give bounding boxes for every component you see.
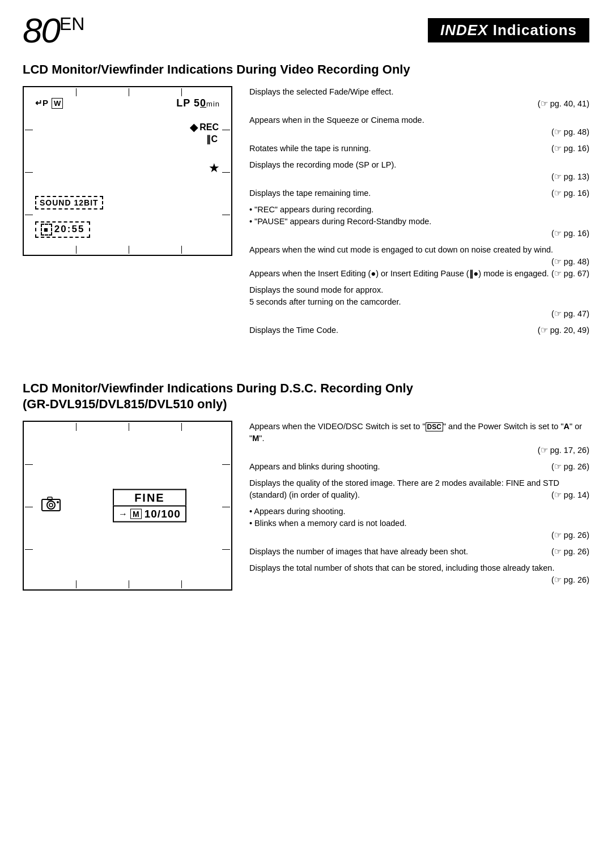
tick-v3	[181, 88, 182, 96]
desc-recmode-ref: (☞ pg. 13)	[249, 171, 589, 183]
svg-point-2	[49, 503, 53, 507]
vf-top-row: ↵P W LP 50min	[35, 97, 220, 109]
desc-item-recmode: Displays the recording mode (SP or LP). …	[249, 159, 589, 183]
vf-rec-indicator: ◆REC	[190, 121, 219, 134]
video-viewfinder: ↵P W LP 50min ◆REC ‖C ★ SOUND	[23, 86, 232, 256]
svg-point-1	[47, 501, 55, 509]
desc-rec-text: "REC" appears during recording.	[249, 205, 373, 214]
dsc-desc-blink: Appears and blinks during shooting. (☞ p…	[249, 461, 589, 473]
dsc-viewfinder: FINE → M 10/100	[23, 421, 232, 591]
timecode-display: ■ 20:55	[35, 221, 90, 238]
desc-rotate-text: Rotates while the tape is running.	[249, 144, 371, 153]
dsc-tick-v6	[181, 580, 182, 588]
fine-label: FINE	[113, 489, 186, 506]
dsc-desc-memory: Appears during shooting. Blinks when a m…	[249, 506, 589, 541]
indications-label: Indications	[493, 22, 577, 39]
desc-tape-time-text: Displays the tape remaining time.	[249, 189, 371, 198]
dsc-blink-text: Appears and blinks during shooting.	[249, 462, 380, 471]
dsc-shots-taken-text: Displays the number of images that have …	[249, 547, 468, 556]
p-icon: ↵P	[35, 98, 48, 108]
tick-h2	[25, 172, 33, 173]
tick-v6	[181, 246, 182, 254]
tick-v1	[76, 88, 76, 96]
dsc-tick-v2	[129, 423, 129, 431]
sound-mode-display: SOUND 12BIT	[35, 196, 103, 209]
desc-item-wind: Appears when the wind cut mode is engage…	[249, 244, 589, 256]
dsc-blink-ref: (☞ pg. 26)	[551, 461, 589, 473]
vf-icon-group: ↵P W	[35, 98, 63, 109]
desc-item-timecode: Displays the Time Code. (☞ pg. 20, 49)	[249, 324, 589, 336]
dsc-memory-ref: (☞ pg. 26)	[249, 529, 589, 541]
desc-tape-time-ref: (☞ pg. 16)	[551, 187, 589, 199]
tick-h6	[222, 215, 230, 215]
svg-point-4	[57, 501, 59, 503]
desc-squeeze-text: Appears when in the Squeeze or Cinema mo…	[249, 116, 424, 125]
dsc-tick-h2	[25, 507, 33, 507]
dsc-memory-text1: Appears during shooting.	[249, 507, 346, 516]
dsc-tick-h3	[25, 549, 33, 550]
count-value: 10/100	[144, 508, 181, 520]
dsc-total-shots-ref: (☞ pg. 26)	[249, 574, 589, 586]
rec-arrow-icon: ◆	[190, 121, 198, 134]
dsc-switch-text: Appears when the VIDEO/DSC Switch is set…	[249, 422, 582, 443]
header-index-banner: INDEX Indications	[428, 18, 589, 42]
dsc-quality-ref: (☞ pg. 14)	[551, 489, 589, 501]
dsc-desc-total-shots: Displays the total number of shots that …	[249, 562, 589, 586]
shot-count: → M 10/100	[113, 506, 186, 523]
section2: LCD Monitor/Viewfinder Indications Durin…	[0, 375, 612, 608]
section1-title: LCD Monitor/Viewfinder Indications Durin…	[0, 56, 612, 86]
tick-h1	[25, 130, 33, 130]
section2-content: FINE → M 10/100 Appears when the VIDEO/D…	[0, 421, 612, 608]
timecode-value: 20:55	[54, 224, 84, 235]
page-num-text: 80	[23, 11, 60, 50]
desc-fade-text: Displays the selected Fade/Wipe effect.	[249, 87, 393, 96]
dsc-tick-h6	[222, 549, 230, 550]
tick-h4	[222, 130, 230, 130]
section2-title: LCD Monitor/Viewfinder Indications Durin…	[0, 375, 612, 421]
desc-insert-text: Appears when the Insert Editing (●) or I…	[249, 269, 549, 278]
desc-squeeze-ref: (☞ pg. 48)	[249, 126, 589, 138]
dsc-memory-text2: Blinks when a memory card is not loaded.	[249, 519, 407, 528]
lp-display: LP 50min	[176, 97, 220, 109]
desc-rotate-ref: (☞ pg. 16)	[551, 143, 589, 155]
wind-icon: ★	[209, 161, 220, 176]
desc-list-2: Appears when the VIDEO/DSC Switch is set…	[249, 421, 589, 586]
tick-v2	[129, 88, 129, 96]
page-number: 80EN	[23, 10, 84, 50]
tick-v5	[129, 246, 129, 254]
section2-title-line1: LCD Monitor/Viewfinder Indications Durin…	[23, 381, 413, 395]
dsc-desc-shots-taken: Displays the number of images that have …	[249, 546, 589, 558]
section1-content: ↵P W LP 50min ◆REC ‖C ★ SOUND	[0, 86, 612, 358]
dsc-tick-h5	[222, 507, 230, 507]
desc-sound-text: Displays the sound mode for approx.5 sec…	[249, 285, 401, 306]
m-box-icon: M	[130, 509, 142, 519]
desc-timecode-text: Displays the Time Code.	[249, 326, 338, 335]
index-label: INDEX	[440, 22, 488, 39]
desc-rec-pause-ref: (☞ pg. 16)	[249, 228, 589, 240]
desc-fade-ref: (☞ pg. 40, 41)	[249, 98, 589, 110]
camera-icon	[41, 495, 61, 516]
timecode-icon: ■	[41, 224, 52, 236]
section1-viewfinder-col: ↵P W LP 50min ◆REC ‖C ★ SOUND	[23, 86, 232, 341]
en-suffix: EN	[60, 14, 84, 34]
desc-wind-ref: (☞ pg. 48)	[551, 256, 589, 268]
section2-viewfinder-col: FINE → M 10/100	[23, 421, 232, 591]
dsc-switch-ref: (☞ pg. 17, 26)	[249, 444, 589, 456]
w-icon-box: W	[52, 98, 63, 109]
desc-item-insert: Appears when the Insert Editing (●) or I…	[249, 268, 589, 280]
rec-text: REC	[199, 122, 219, 132]
desc-pause-text: "PAUSE" appears during Record-Standby mo…	[249, 217, 431, 226]
dsc-tick-v4	[76, 580, 76, 588]
desc-recmode-text: Displays the recording mode (SP or LP).	[249, 160, 396, 169]
tick-h3	[25, 215, 33, 215]
svg-rect-3	[48, 497, 52, 500]
tick-v4	[76, 246, 76, 254]
desc-item-rec-pause: "REC" appears during recording. "PAUSE" …	[249, 204, 589, 240]
dsc-tick-h4	[222, 464, 230, 465]
arrow-icon: →	[118, 509, 128, 519]
desc-item-rotate: Rotates while the tape is running. (☞ pg…	[249, 143, 589, 155]
desc-item-sound: Displays the sound mode for approx.5 sec…	[249, 284, 589, 320]
desc-timecode-ref: (☞ pg. 20, 49)	[538, 324, 589, 336]
desc-item-fade: Displays the selected Fade/Wipe effect. …	[249, 86, 589, 110]
desc-sound-ref: (☞ pg. 47)	[249, 308, 589, 320]
